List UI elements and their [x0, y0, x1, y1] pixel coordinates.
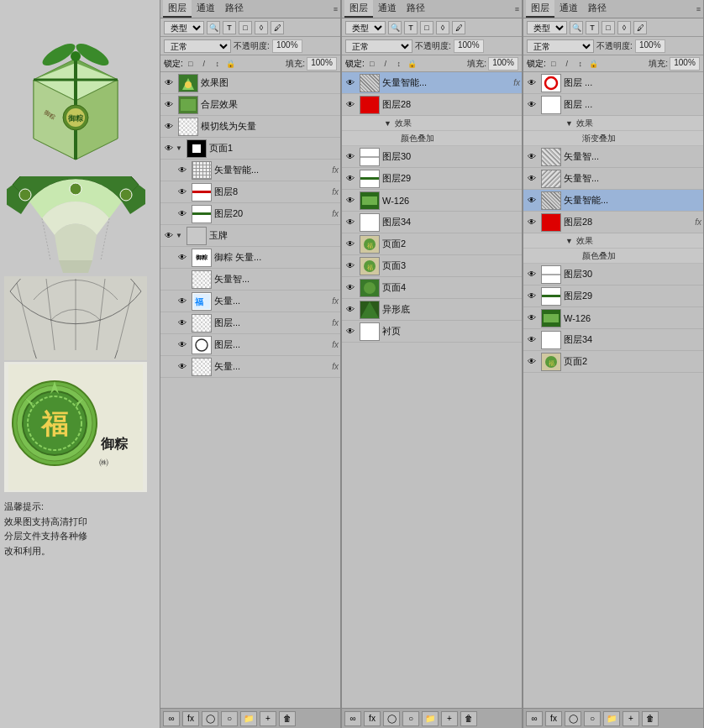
- eye-icon[interactable]: 👁: [176, 295, 189, 308]
- eye-icon[interactable]: [176, 273, 189, 286]
- panel2-layers-list[interactable]: 👁 矢量智能... fx 👁 图层28 ▼ 效果 颜色叠加: [342, 72, 522, 708]
- new-layer-btn[interactable]: +: [260, 711, 276, 726]
- mask-btn[interactable]: ◯: [202, 711, 218, 726]
- panel2-blend-dropdown[interactable]: 正常: [345, 39, 412, 53]
- layer-item[interactable]: 👁 矢量智能... fx: [160, 160, 340, 181]
- folder-arrow-icon[interactable]: ▼: [176, 232, 182, 239]
- adj-btn-2[interactable]: ○: [402, 711, 419, 726]
- panel2-lock-move[interactable]: ↕: [393, 58, 405, 70]
- eye-icon[interactable]: 👁: [344, 76, 357, 90]
- eye-icon[interactable]: 👁: [525, 216, 539, 229]
- panel1-lock-check[interactable]: □: [185, 58, 197, 70]
- eye-icon[interactable]: 👁: [525, 290, 539, 303]
- fx-btn-2[interactable]: fx: [364, 711, 381, 726]
- layer-item[interactable]: 👁 W-126: [523, 307, 703, 329]
- panel3-layers-list[interactable]: 👁 图层 ... 👁 图层 ... ▼ 效果 渐变叠加: [523, 72, 703, 708]
- layer-item[interactable]: 👁 图层 ...: [523, 94, 703, 116]
- link-btn-3[interactable]: ∞: [526, 711, 543, 726]
- eye-icon[interactable]: 👁: [525, 98, 539, 112]
- panel2-opacity-value[interactable]: 100%: [454, 39, 484, 53]
- eye-icon[interactable]: 👁: [344, 259, 357, 273]
- panel1-layers-list[interactable]: 👁 效果图 👁: [160, 72, 340, 708]
- adj-btn[interactable]: ○: [221, 711, 238, 726]
- panel3-lock-all[interactable]: 🔒: [588, 58, 600, 70]
- eye-icon[interactable]: 👁: [525, 172, 539, 186]
- panel3-lock-check[interactable]: □: [548, 58, 560, 70]
- folder-arrow-icon[interactable]: ▼: [176, 144, 182, 152]
- panel1-pen-btn[interactable]: 🖊: [271, 21, 284, 34]
- panel3-lock-move[interactable]: ↕: [575, 58, 586, 70]
- eye-icon[interactable]: 👁: [176, 164, 189, 177]
- eye-icon[interactable]: 👁: [525, 150, 539, 164]
- folder-btn-3[interactable]: 📁: [603, 711, 620, 726]
- panel1-lock-all[interactable]: 🔒: [225, 58, 237, 70]
- panel1-fill-value[interactable]: 100%: [307, 57, 337, 71]
- mask-btn-3[interactable]: ◯: [565, 711, 581, 726]
- tab-layers-3[interactable]: 图层: [526, 0, 554, 18]
- layer-item[interactable]: 👁 衬页: [342, 321, 522, 343]
- eye-icon[interactable]: 👁: [344, 98, 357, 112]
- layer-item[interactable]: 👁 ▼ 页面1: [160, 138, 340, 160]
- eye-icon[interactable]: 👁: [176, 317, 189, 330]
- eye-icon[interactable]: 👁: [344, 325, 357, 338]
- panel2-lock-check[interactable]: □: [366, 58, 378, 70]
- panel1-t-btn[interactable]: T: [223, 21, 236, 34]
- eye-icon[interactable]: 👁: [525, 76, 539, 90]
- layer-item[interactable]: 👁 矢量... fx: [160, 356, 340, 378]
- layer-item[interactable]: 👁 图层29: [342, 168, 522, 190]
- layer-item[interactable]: 👁 图层20 fx: [160, 203, 340, 225]
- panel2-pen-btn[interactable]: 🖊: [452, 21, 465, 34]
- eye-icon[interactable]: 👁: [162, 98, 176, 112]
- layer-item[interactable]: 👁 图层 ...: [523, 72, 703, 94]
- panel1-menu[interactable]: ≡: [334, 5, 338, 13]
- trash-btn[interactable]: 🗑: [279, 711, 296, 726]
- new-layer-btn-3[interactable]: +: [623, 711, 639, 726]
- layer-item[interactable]: 👁 图层34: [523, 329, 703, 351]
- folder-btn-2[interactable]: 📁: [422, 711, 439, 726]
- layer-item[interactable]: 👁 矢量智...: [523, 168, 703, 190]
- layer-item[interactable]: 👁 W-126: [342, 190, 522, 212]
- layer-item[interactable]: 👁 福 页面2: [523, 351, 703, 373]
- layer-item[interactable]: 👁 异形底: [342, 299, 522, 321]
- folder-btn[interactable]: 📁: [240, 711, 257, 726]
- layer-item[interactable]: 👁 福 页面2: [342, 233, 522, 255]
- panel1-blend-dropdown[interactable]: 正常: [164, 39, 231, 53]
- link-btn-2[interactable]: ∞: [344, 711, 361, 726]
- panel3-filter-btn[interactable]: 🔍: [570, 21, 583, 34]
- trash-btn-2[interactable]: 🗑: [460, 711, 477, 726]
- tab-paths-3[interactable]: 路径: [583, 0, 612, 18]
- eye-icon[interactable]: 👁: [525, 312, 539, 325]
- eye-icon[interactable]: 👁: [344, 194, 357, 207]
- panel1-opacity-value[interactable]: 100%: [272, 39, 302, 53]
- eye-icon[interactable]: 👁: [525, 194, 539, 207]
- eye-icon[interactable]: 👁: [162, 229, 176, 243]
- trash-btn-3[interactable]: 🗑: [642, 711, 659, 726]
- panel1-type-dropdown[interactable]: 类型: [164, 21, 204, 34]
- panel1-box-btn[interactable]: □: [239, 21, 252, 34]
- panel3-opacity-value[interactable]: 100%: [635, 39, 665, 53]
- panel2-box-btn[interactable]: □: [420, 21, 433, 34]
- panel2-lock-brush[interactable]: /: [380, 58, 391, 70]
- eye-icon[interactable]: 👁: [162, 120, 176, 134]
- panel3-lock-brush[interactable]: /: [561, 58, 573, 70]
- layer-item[interactable]: 👁 图层30: [342, 146, 522, 168]
- panel3-pen-btn[interactable]: 🖊: [633, 21, 647, 34]
- panel1-adj-btn[interactable]: ◊: [255, 21, 268, 34]
- eye-icon[interactable]: 👁: [162, 142, 176, 155]
- layer-item[interactable]: 👁 图层28: [342, 94, 522, 116]
- layer-item[interactable]: 👁 图层29: [523, 285, 703, 307]
- layer-item[interactable]: 👁 合层效果: [160, 94, 340, 116]
- layer-item[interactable]: 👁 御粽 御粽 矢量...: [160, 247, 340, 269]
- layer-item[interactable]: 👁 矢量智能... fx: [342, 72, 522, 94]
- eye-icon[interactable]: 👁: [344, 150, 357, 164]
- link-btn[interactable]: ∞: [163, 711, 180, 726]
- layer-item[interactable]: 👁 ▼ 玉牌: [160, 225, 340, 247]
- eye-icon[interactable]: 👁: [162, 76, 176, 90]
- adj-btn-3[interactable]: ○: [584, 711, 601, 726]
- panel1-filter-btn[interactable]: 🔍: [207, 21, 220, 34]
- mask-btn-2[interactable]: ◯: [383, 711, 400, 726]
- tab-layers-1[interactable]: 图层: [163, 0, 192, 18]
- panel1-lock-brush[interactable]: /: [198, 58, 210, 70]
- layer-item[interactable]: 👁 页面4: [342, 277, 522, 299]
- panel2-type-dropdown[interactable]: 类型: [345, 21, 386, 34]
